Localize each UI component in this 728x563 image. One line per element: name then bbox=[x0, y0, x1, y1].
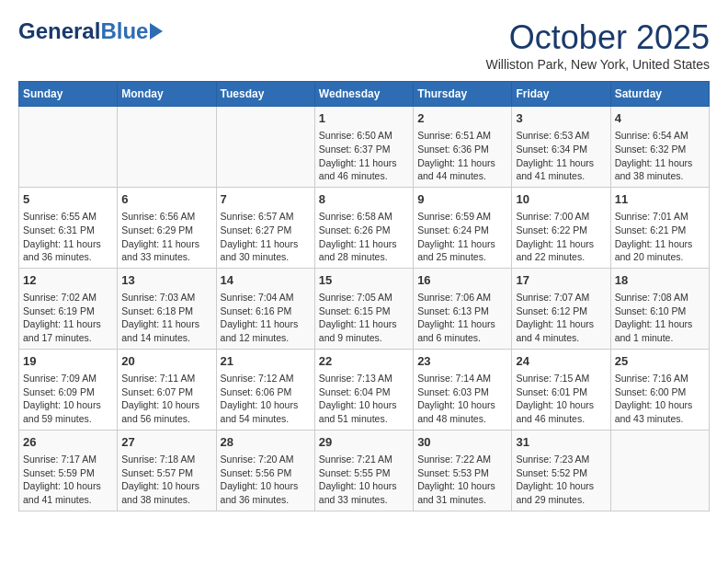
calendar-week-row: 26Sunrise: 7:17 AM Sunset: 5:59 PM Dayli… bbox=[19, 430, 710, 511]
calendar-cell: 2Sunrise: 6:51 AM Sunset: 6:36 PM Daylig… bbox=[414, 107, 512, 188]
day-number: 20 bbox=[121, 353, 211, 370]
calendar-cell: 3Sunrise: 6:53 AM Sunset: 6:34 PM Daylig… bbox=[512, 107, 610, 188]
calendar-cell: 1Sunrise: 6:50 AM Sunset: 6:37 PM Daylig… bbox=[314, 107, 413, 188]
logo-blue: Blue bbox=[100, 18, 148, 44]
calendar-cell: 26Sunrise: 7:17 AM Sunset: 5:59 PM Dayli… bbox=[19, 430, 118, 511]
calendar-cell: 20Sunrise: 7:11 AM Sunset: 6:07 PM Dayli… bbox=[118, 349, 216, 430]
day-number: 1 bbox=[319, 110, 409, 127]
month-title: October 2025 bbox=[485, 18, 710, 57]
location: Williston Park, New York, United States bbox=[485, 57, 710, 72]
day-number: 4 bbox=[615, 110, 705, 127]
day-info: Sunrise: 7:12 AM Sunset: 6:06 PM Dayligh… bbox=[221, 372, 311, 426]
calendar-cell: 22Sunrise: 7:13 AM Sunset: 6:04 PM Dayli… bbox=[314, 349, 413, 430]
calendar-cell: 6Sunrise: 6:56 AM Sunset: 6:29 PM Daylig… bbox=[118, 187, 216, 268]
day-info: Sunrise: 7:09 AM Sunset: 6:09 PM Dayligh… bbox=[23, 372, 113, 426]
day-number: 28 bbox=[221, 434, 311, 451]
day-info: Sunrise: 7:00 AM Sunset: 6:22 PM Dayligh… bbox=[516, 210, 606, 264]
day-number: 6 bbox=[121, 191, 211, 208]
day-number: 14 bbox=[221, 272, 311, 289]
calendar-cell: 14Sunrise: 7:04 AM Sunset: 6:16 PM Dayli… bbox=[216, 268, 314, 349]
weekday-header-cell: Friday bbox=[512, 82, 610, 107]
day-number: 17 bbox=[516, 272, 606, 289]
day-info: Sunrise: 6:51 AM Sunset: 6:36 PM Dayligh… bbox=[417, 129, 507, 183]
day-info: Sunrise: 7:07 AM Sunset: 6:12 PM Dayligh… bbox=[516, 291, 606, 345]
day-info: Sunrise: 7:13 AM Sunset: 6:04 PM Dayligh… bbox=[319, 372, 409, 426]
calendar-cell: 29Sunrise: 7:21 AM Sunset: 5:55 PM Dayli… bbox=[314, 430, 413, 511]
weekday-header-cell: Thursday bbox=[414, 82, 512, 107]
day-info: Sunrise: 7:16 AM Sunset: 6:00 PM Dayligh… bbox=[615, 372, 705, 426]
calendar-cell: 9Sunrise: 6:59 AM Sunset: 6:24 PM Daylig… bbox=[414, 187, 512, 268]
calendar-cell: 31Sunrise: 7:23 AM Sunset: 5:52 PM Dayli… bbox=[512, 430, 610, 511]
page-header: GeneralBlue October 2025 Williston Park,… bbox=[18, 18, 710, 72]
day-number: 11 bbox=[615, 191, 705, 208]
calendar-cell: 15Sunrise: 7:05 AM Sunset: 6:15 PM Dayli… bbox=[314, 268, 413, 349]
day-info: Sunrise: 6:50 AM Sunset: 6:37 PM Dayligh… bbox=[319, 129, 409, 183]
logo: GeneralBlue bbox=[18, 18, 163, 44]
day-info: Sunrise: 6:58 AM Sunset: 6:26 PM Dayligh… bbox=[319, 210, 409, 264]
weekday-header-row: SundayMondayTuesdayWednesdayThursdayFrid… bbox=[19, 82, 710, 107]
day-info: Sunrise: 6:55 AM Sunset: 6:31 PM Dayligh… bbox=[23, 210, 113, 264]
day-number: 16 bbox=[417, 272, 507, 289]
calendar-cell bbox=[118, 107, 216, 188]
weekday-header-cell: Wednesday bbox=[314, 82, 413, 107]
calendar-body: 1Sunrise: 6:50 AM Sunset: 6:37 PM Daylig… bbox=[19, 107, 710, 511]
day-number: 13 bbox=[121, 272, 211, 289]
day-info: Sunrise: 6:59 AM Sunset: 6:24 PM Dayligh… bbox=[417, 210, 507, 264]
day-number: 24 bbox=[516, 353, 606, 370]
day-number: 9 bbox=[417, 191, 507, 208]
day-number: 8 bbox=[319, 191, 409, 208]
day-number: 5 bbox=[23, 191, 113, 208]
day-number: 27 bbox=[121, 434, 211, 451]
day-info: Sunrise: 7:21 AM Sunset: 5:55 PM Dayligh… bbox=[319, 453, 409, 507]
calendar-cell: 4Sunrise: 6:54 AM Sunset: 6:32 PM Daylig… bbox=[610, 107, 709, 188]
calendar-cell: 28Sunrise: 7:20 AM Sunset: 5:56 PM Dayli… bbox=[216, 430, 314, 511]
calendar-cell: 24Sunrise: 7:15 AM Sunset: 6:01 PM Dayli… bbox=[512, 349, 610, 430]
day-info: Sunrise: 7:04 AM Sunset: 6:16 PM Dayligh… bbox=[221, 291, 311, 345]
day-number: 10 bbox=[516, 191, 606, 208]
day-number: 18 bbox=[615, 272, 705, 289]
calendar-table: SundayMondayTuesdayWednesdayThursdayFrid… bbox=[18, 81, 710, 511]
weekday-header-cell: Sunday bbox=[19, 82, 118, 107]
day-info: Sunrise: 7:18 AM Sunset: 5:57 PM Dayligh… bbox=[121, 453, 211, 507]
day-number: 23 bbox=[417, 353, 507, 370]
calendar-cell: 10Sunrise: 7:00 AM Sunset: 6:22 PM Dayli… bbox=[512, 187, 610, 268]
day-info: Sunrise: 7:03 AM Sunset: 6:18 PM Dayligh… bbox=[121, 291, 211, 345]
calendar-cell: 11Sunrise: 7:01 AM Sunset: 6:21 PM Dayli… bbox=[610, 187, 709, 268]
day-number: 3 bbox=[516, 110, 606, 127]
day-number: 29 bbox=[319, 434, 409, 451]
calendar-cell: 19Sunrise: 7:09 AM Sunset: 6:09 PM Dayli… bbox=[19, 349, 118, 430]
day-info: Sunrise: 6:53 AM Sunset: 6:34 PM Dayligh… bbox=[516, 129, 606, 183]
day-info: Sunrise: 6:54 AM Sunset: 6:32 PM Dayligh… bbox=[615, 129, 705, 183]
calendar-cell: 16Sunrise: 7:06 AM Sunset: 6:13 PM Dayli… bbox=[414, 268, 512, 349]
day-info: Sunrise: 7:06 AM Sunset: 6:13 PM Dayligh… bbox=[417, 291, 507, 345]
day-info: Sunrise: 7:11 AM Sunset: 6:07 PM Dayligh… bbox=[121, 372, 211, 426]
day-number: 12 bbox=[23, 272, 113, 289]
calendar-cell: 8Sunrise: 6:58 AM Sunset: 6:26 PM Daylig… bbox=[314, 187, 413, 268]
day-number: 30 bbox=[417, 434, 507, 451]
day-info: Sunrise: 6:57 AM Sunset: 6:27 PM Dayligh… bbox=[221, 210, 311, 264]
day-info: Sunrise: 7:08 AM Sunset: 6:10 PM Dayligh… bbox=[615, 291, 705, 345]
weekday-header-cell: Saturday bbox=[610, 82, 709, 107]
title-block: October 2025 Williston Park, New York, U… bbox=[485, 18, 710, 72]
day-info: Sunrise: 7:05 AM Sunset: 6:15 PM Dayligh… bbox=[319, 291, 409, 345]
calendar-week-row: 5Sunrise: 6:55 AM Sunset: 6:31 PM Daylig… bbox=[19, 187, 710, 268]
logo-arrow-icon bbox=[150, 23, 163, 40]
day-number: 31 bbox=[516, 434, 606, 451]
calendar-cell: 27Sunrise: 7:18 AM Sunset: 5:57 PM Dayli… bbox=[118, 430, 216, 511]
day-number: 25 bbox=[615, 353, 705, 370]
day-number: 19 bbox=[23, 353, 113, 370]
day-number: 21 bbox=[221, 353, 311, 370]
calendar-cell: 17Sunrise: 7:07 AM Sunset: 6:12 PM Dayli… bbox=[512, 268, 610, 349]
day-info: Sunrise: 7:02 AM Sunset: 6:19 PM Dayligh… bbox=[23, 291, 113, 345]
calendar-cell: 21Sunrise: 7:12 AM Sunset: 6:06 PM Dayli… bbox=[216, 349, 314, 430]
logo-general: General bbox=[18, 18, 100, 44]
day-info: Sunrise: 7:01 AM Sunset: 6:21 PM Dayligh… bbox=[615, 210, 705, 264]
day-number: 15 bbox=[319, 272, 409, 289]
calendar-week-row: 1Sunrise: 6:50 AM Sunset: 6:37 PM Daylig… bbox=[19, 107, 710, 188]
day-info: Sunrise: 7:20 AM Sunset: 5:56 PM Dayligh… bbox=[221, 453, 311, 507]
weekday-header-cell: Monday bbox=[118, 82, 216, 107]
day-number: 2 bbox=[417, 110, 507, 127]
calendar-cell: 23Sunrise: 7:14 AM Sunset: 6:03 PM Dayli… bbox=[414, 349, 512, 430]
day-info: Sunrise: 7:17 AM Sunset: 5:59 PM Dayligh… bbox=[23, 453, 113, 507]
calendar-week-row: 12Sunrise: 7:02 AM Sunset: 6:19 PM Dayli… bbox=[19, 268, 710, 349]
